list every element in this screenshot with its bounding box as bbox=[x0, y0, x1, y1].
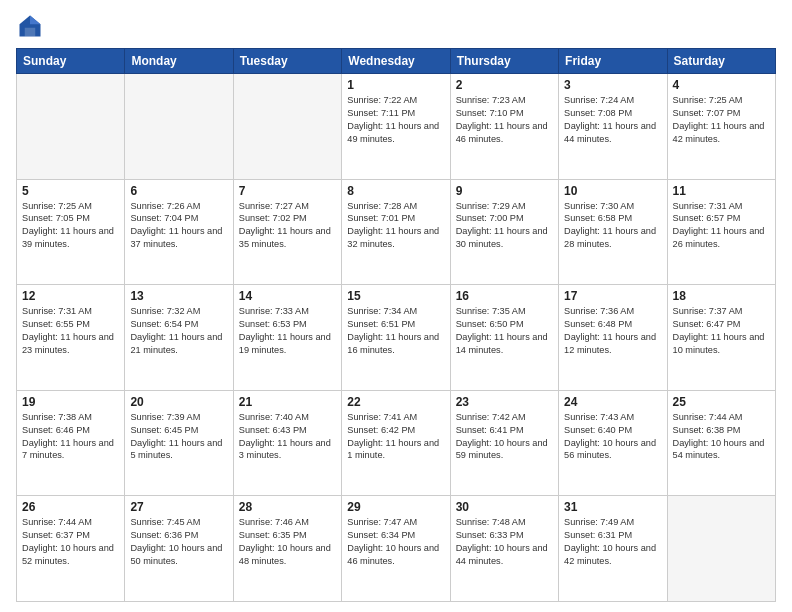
header bbox=[16, 12, 776, 40]
day-number: 18 bbox=[673, 289, 770, 303]
table-row: 18Sunrise: 7:37 AM Sunset: 6:47 PM Dayli… bbox=[667, 285, 775, 391]
table-row: 15Sunrise: 7:34 AM Sunset: 6:51 PM Dayli… bbox=[342, 285, 450, 391]
table-row: 19Sunrise: 7:38 AM Sunset: 6:46 PM Dayli… bbox=[17, 390, 125, 496]
day-info: Sunrise: 7:27 AM Sunset: 7:02 PM Dayligh… bbox=[239, 200, 336, 252]
day-info: Sunrise: 7:35 AM Sunset: 6:50 PM Dayligh… bbox=[456, 305, 553, 357]
day-info: Sunrise: 7:23 AM Sunset: 7:10 PM Dayligh… bbox=[456, 94, 553, 146]
table-row: 30Sunrise: 7:48 AM Sunset: 6:33 PM Dayli… bbox=[450, 496, 558, 602]
day-number: 8 bbox=[347, 184, 444, 198]
day-info: Sunrise: 7:30 AM Sunset: 6:58 PM Dayligh… bbox=[564, 200, 661, 252]
table-row: 25Sunrise: 7:44 AM Sunset: 6:38 PM Dayli… bbox=[667, 390, 775, 496]
day-number: 21 bbox=[239, 395, 336, 409]
day-number: 1 bbox=[347, 78, 444, 92]
day-number: 27 bbox=[130, 500, 227, 514]
table-row: 10Sunrise: 7:30 AM Sunset: 6:58 PM Dayli… bbox=[559, 179, 667, 285]
table-row bbox=[233, 74, 341, 180]
day-info: Sunrise: 7:25 AM Sunset: 7:07 PM Dayligh… bbox=[673, 94, 770, 146]
day-number: 3 bbox=[564, 78, 661, 92]
table-row: 13Sunrise: 7:32 AM Sunset: 6:54 PM Dayli… bbox=[125, 285, 233, 391]
table-row: 9Sunrise: 7:29 AM Sunset: 7:00 PM Daylig… bbox=[450, 179, 558, 285]
table-row: 5Sunrise: 7:25 AM Sunset: 7:05 PM Daylig… bbox=[17, 179, 125, 285]
table-row: 14Sunrise: 7:33 AM Sunset: 6:53 PM Dayli… bbox=[233, 285, 341, 391]
col-thursday: Thursday bbox=[450, 49, 558, 74]
day-number: 6 bbox=[130, 184, 227, 198]
table-row: 27Sunrise: 7:45 AM Sunset: 6:36 PM Dayli… bbox=[125, 496, 233, 602]
day-number: 7 bbox=[239, 184, 336, 198]
page: Sunday Monday Tuesday Wednesday Thursday… bbox=[0, 0, 792, 612]
calendar-week-row: 12Sunrise: 7:31 AM Sunset: 6:55 PM Dayli… bbox=[17, 285, 776, 391]
col-sunday: Sunday bbox=[17, 49, 125, 74]
day-number: 29 bbox=[347, 500, 444, 514]
day-info: Sunrise: 7:41 AM Sunset: 6:42 PM Dayligh… bbox=[347, 411, 444, 463]
day-info: Sunrise: 7:25 AM Sunset: 7:05 PM Dayligh… bbox=[22, 200, 119, 252]
day-info: Sunrise: 7:33 AM Sunset: 6:53 PM Dayligh… bbox=[239, 305, 336, 357]
day-info: Sunrise: 7:46 AM Sunset: 6:35 PM Dayligh… bbox=[239, 516, 336, 568]
day-number: 23 bbox=[456, 395, 553, 409]
day-info: Sunrise: 7:34 AM Sunset: 6:51 PM Dayligh… bbox=[347, 305, 444, 357]
day-info: Sunrise: 7:31 AM Sunset: 6:55 PM Dayligh… bbox=[22, 305, 119, 357]
calendar-week-row: 5Sunrise: 7:25 AM Sunset: 7:05 PM Daylig… bbox=[17, 179, 776, 285]
calendar-week-row: 26Sunrise: 7:44 AM Sunset: 6:37 PM Dayli… bbox=[17, 496, 776, 602]
table-row: 31Sunrise: 7:49 AM Sunset: 6:31 PM Dayli… bbox=[559, 496, 667, 602]
day-number: 10 bbox=[564, 184, 661, 198]
day-number: 28 bbox=[239, 500, 336, 514]
day-info: Sunrise: 7:31 AM Sunset: 6:57 PM Dayligh… bbox=[673, 200, 770, 252]
table-row bbox=[667, 496, 775, 602]
day-info: Sunrise: 7:36 AM Sunset: 6:48 PM Dayligh… bbox=[564, 305, 661, 357]
day-info: Sunrise: 7:38 AM Sunset: 6:46 PM Dayligh… bbox=[22, 411, 119, 463]
logo bbox=[16, 12, 48, 40]
day-info: Sunrise: 7:26 AM Sunset: 7:04 PM Dayligh… bbox=[130, 200, 227, 252]
day-number: 25 bbox=[673, 395, 770, 409]
table-row: 17Sunrise: 7:36 AM Sunset: 6:48 PM Dayli… bbox=[559, 285, 667, 391]
calendar-week-row: 19Sunrise: 7:38 AM Sunset: 6:46 PM Dayli… bbox=[17, 390, 776, 496]
table-row: 24Sunrise: 7:43 AM Sunset: 6:40 PM Dayli… bbox=[559, 390, 667, 496]
day-number: 9 bbox=[456, 184, 553, 198]
table-row: 28Sunrise: 7:46 AM Sunset: 6:35 PM Dayli… bbox=[233, 496, 341, 602]
day-info: Sunrise: 7:37 AM Sunset: 6:47 PM Dayligh… bbox=[673, 305, 770, 357]
day-number: 13 bbox=[130, 289, 227, 303]
day-number: 26 bbox=[22, 500, 119, 514]
day-info: Sunrise: 7:24 AM Sunset: 7:08 PM Dayligh… bbox=[564, 94, 661, 146]
day-number: 11 bbox=[673, 184, 770, 198]
day-number: 16 bbox=[456, 289, 553, 303]
table-row: 8Sunrise: 7:28 AM Sunset: 7:01 PM Daylig… bbox=[342, 179, 450, 285]
table-row: 2Sunrise: 7:23 AM Sunset: 7:10 PM Daylig… bbox=[450, 74, 558, 180]
col-friday: Friday bbox=[559, 49, 667, 74]
calendar: Sunday Monday Tuesday Wednesday Thursday… bbox=[16, 48, 776, 602]
day-info: Sunrise: 7:43 AM Sunset: 6:40 PM Dayligh… bbox=[564, 411, 661, 463]
day-info: Sunrise: 7:32 AM Sunset: 6:54 PM Dayligh… bbox=[130, 305, 227, 357]
table-row bbox=[17, 74, 125, 180]
day-number: 5 bbox=[22, 184, 119, 198]
day-info: Sunrise: 7:44 AM Sunset: 6:38 PM Dayligh… bbox=[673, 411, 770, 463]
day-number: 12 bbox=[22, 289, 119, 303]
day-number: 4 bbox=[673, 78, 770, 92]
calendar-header-row: Sunday Monday Tuesday Wednesday Thursday… bbox=[17, 49, 776, 74]
table-row bbox=[125, 74, 233, 180]
col-monday: Monday bbox=[125, 49, 233, 74]
col-tuesday: Tuesday bbox=[233, 49, 341, 74]
day-number: 24 bbox=[564, 395, 661, 409]
day-number: 31 bbox=[564, 500, 661, 514]
day-info: Sunrise: 7:40 AM Sunset: 6:43 PM Dayligh… bbox=[239, 411, 336, 463]
svg-marker-1 bbox=[30, 16, 41, 25]
table-row: 7Sunrise: 7:27 AM Sunset: 7:02 PM Daylig… bbox=[233, 179, 341, 285]
table-row: 29Sunrise: 7:47 AM Sunset: 6:34 PM Dayli… bbox=[342, 496, 450, 602]
day-info: Sunrise: 7:28 AM Sunset: 7:01 PM Dayligh… bbox=[347, 200, 444, 252]
day-number: 22 bbox=[347, 395, 444, 409]
table-row: 3Sunrise: 7:24 AM Sunset: 7:08 PM Daylig… bbox=[559, 74, 667, 180]
day-info: Sunrise: 7:29 AM Sunset: 7:00 PM Dayligh… bbox=[456, 200, 553, 252]
table-row: 12Sunrise: 7:31 AM Sunset: 6:55 PM Dayli… bbox=[17, 285, 125, 391]
table-row: 6Sunrise: 7:26 AM Sunset: 7:04 PM Daylig… bbox=[125, 179, 233, 285]
table-row: 20Sunrise: 7:39 AM Sunset: 6:45 PM Dayli… bbox=[125, 390, 233, 496]
day-info: Sunrise: 7:42 AM Sunset: 6:41 PM Dayligh… bbox=[456, 411, 553, 463]
day-number: 30 bbox=[456, 500, 553, 514]
day-number: 2 bbox=[456, 78, 553, 92]
day-number: 17 bbox=[564, 289, 661, 303]
day-info: Sunrise: 7:48 AM Sunset: 6:33 PM Dayligh… bbox=[456, 516, 553, 568]
calendar-week-row: 1Sunrise: 7:22 AM Sunset: 7:11 PM Daylig… bbox=[17, 74, 776, 180]
col-saturday: Saturday bbox=[667, 49, 775, 74]
day-number: 20 bbox=[130, 395, 227, 409]
table-row: 16Sunrise: 7:35 AM Sunset: 6:50 PM Dayli… bbox=[450, 285, 558, 391]
table-row: 1Sunrise: 7:22 AM Sunset: 7:11 PM Daylig… bbox=[342, 74, 450, 180]
day-info: Sunrise: 7:45 AM Sunset: 6:36 PM Dayligh… bbox=[130, 516, 227, 568]
